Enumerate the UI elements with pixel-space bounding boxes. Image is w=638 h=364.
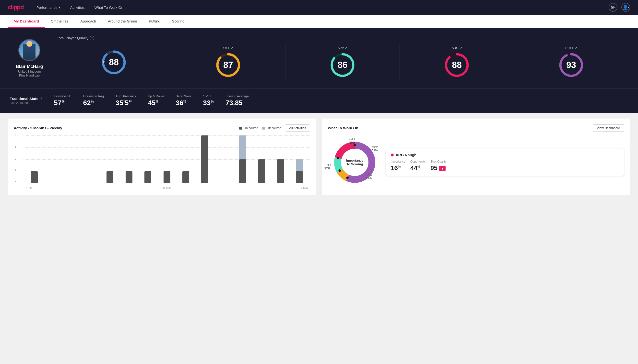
what-to-work-on-card: What To Work On View Dashboard Importanc… [322, 118, 630, 195]
score-ring-total: 88 [100, 49, 127, 76]
stat-item-scoring-avg: Scoring Average 73.85 [226, 94, 249, 107]
wtwo-title: What To Work On [328, 126, 358, 130]
on-course-dot [239, 127, 242, 130]
info-dot [391, 154, 394, 156]
score-card-putt: PUTT ↗ 93 [514, 44, 628, 80]
traditional-stats-section: Traditional Stats ? Last 20 rounds Fairw… [0, 88, 638, 113]
score-value-total: 88 [109, 57, 119, 68]
bars-area [24, 136, 310, 183]
score-value-arg: 88 [452, 60, 462, 70]
chart-legend: On course Off course [239, 126, 281, 130]
stat-item-greens-in-reg: Greens In Reg 62% [83, 94, 104, 107]
info-metrics: Importance 16% Opportunity 44% Shot Qual… [391, 160, 619, 172]
avatar [18, 39, 40, 61]
on-course-bar [239, 160, 246, 183]
on-course-bar [258, 160, 265, 183]
stat-item-fairways-hit: Fairways Hit 57% [54, 94, 72, 107]
profile-section: Blair McHarg United Kingdom Plus Handica… [10, 39, 49, 77]
activity-chart-card: Activity - 3 Months - Weekly On course O… [8, 118, 316, 195]
tab-scoring[interactable]: Scoring [166, 15, 190, 28]
content-area: Activity - 3 Months - Weekly On course O… [0, 113, 638, 201]
on-course-bar [296, 171, 303, 183]
score-ring-putt: 93 [558, 52, 585, 78]
bar-group [291, 160, 308, 183]
stat-value-1-putt: 33% [203, 99, 214, 107]
trend-arrow: ↗ [231, 46, 233, 50]
hero-top: Blair McHarg United Kingdom Plus Handica… [10, 36, 628, 80]
view-dashboard-button[interactable]: View Dashboard [593, 124, 624, 132]
trad-help-icon[interactable]: ? [40, 96, 42, 101]
segment-divider-dot [337, 157, 339, 160]
on-course-bar [31, 171, 38, 183]
tab-my-dashboard[interactable]: My Dashboard [8, 15, 45, 28]
donut-center-label: Importance To Scoring [346, 159, 363, 166]
stat-value-sand-save: 36% [176, 99, 186, 107]
nav-activities[interactable]: Activities [69, 4, 86, 12]
stat-name-up-down: Up & Down [148, 94, 164, 98]
chart-title: Activity - 3 Months - Weekly [14, 126, 62, 130]
plus-circle-icon: ⊕ [610, 5, 614, 10]
trend-arrow: ↗ [575, 46, 577, 50]
chevron-down-icon: ▾ [59, 5, 61, 10]
metric-value-importance: 16% [391, 164, 405, 172]
score-card-app: APP ↗ 86 [285, 44, 399, 80]
segment-divider-dot [339, 170, 341, 172]
stat-name-app-proximity: App. Proximity [116, 94, 136, 98]
nav-what-to-work-on[interactable]: What To Work On [94, 4, 124, 12]
svg-point-2 [103, 61, 105, 63]
user-menu-button[interactable]: 👤 ▾ [621, 3, 630, 12]
score-value-app: 86 [338, 60, 347, 70]
bar-group [158, 171, 175, 183]
stat-name-sand-save: Sand Save [176, 94, 191, 98]
x-labels: 7 Feb 28 Mar 9 May [24, 186, 310, 189]
profile-handicap: Plus Handicap [19, 74, 40, 77]
bar-group [196, 136, 214, 183]
score-card-ott: OTT ↗ 87 [171, 44, 285, 80]
metric-label-opportunity: Opportunity [410, 160, 426, 163]
off-course-bar [239, 136, 246, 160]
on-course-bar [201, 136, 208, 183]
score-card-total: 88 [57, 44, 171, 80]
top-navigation: clippd Performance ▾ Activities What To … [0, 0, 638, 15]
tabs-bar: My Dashboard Off the Tee Approach Around… [0, 15, 638, 28]
metric-label-importance: Importance [391, 160, 405, 163]
off-course-dot [262, 127, 265, 130]
hero-section: Blair McHarg United Kingdom Plus Handica… [0, 28, 638, 88]
bar-group [139, 171, 156, 183]
stat-name-scoring-avg: Scoring Average [226, 94, 249, 98]
nav-right-actions: ⊕ ▾ 👤 ▾ [609, 3, 630, 12]
stat-item-sand-save: Sand Save 36% [176, 94, 191, 107]
donut-label-arg: ARG21% [365, 173, 372, 180]
segment-divider-dot [346, 176, 349, 179]
bar-group [272, 160, 289, 183]
score-value-ott: 87 [223, 60, 233, 70]
trad-stats-label: Traditional Stats ? Last 20 rounds [10, 96, 44, 105]
chart-area: 4 3 2 1 0 7 Feb 28 Mar 9 May [14, 136, 310, 189]
stat-value-app-proximity: 35'5" [116, 99, 132, 107]
nav-performance[interactable]: Performance ▾ [36, 3, 62, 12]
tab-off-the-tee[interactable]: Off the Tee [45, 15, 74, 28]
wtwo-body: Importance To Scoring OTT10% APP12% ARG2… [328, 136, 624, 189]
tab-approach[interactable]: Approach [74, 15, 102, 28]
info-metric-importance: Importance 16% [391, 160, 405, 172]
on-course-bar [106, 171, 113, 183]
profile-country: United Kingdom [18, 70, 41, 73]
score-ring-arg: 88 [443, 52, 470, 78]
bar-group [120, 171, 138, 183]
scores-section: Total Player Quality ? 88 OTT ↗ 87 APP ↗… [57, 36, 628, 80]
bar-group [234, 136, 251, 183]
score-card-label-arg: ARG ↗ [452, 46, 462, 50]
tab-around-the-green[interactable]: Around the Green [102, 15, 143, 28]
all-activities-button[interactable]: All Activities [285, 124, 310, 132]
metric-label-shot-quality: Shot Quality [431, 160, 446, 163]
add-button[interactable]: ⊕ ▾ [609, 3, 617, 12]
flag-icon: ▼ [439, 166, 446, 171]
tab-putting[interactable]: Putting [143, 15, 166, 28]
score-value-putt: 93 [566, 60, 576, 70]
on-course-bar [126, 171, 132, 183]
info-metric-shot-quality: Shot Quality 95 ▼ [431, 160, 446, 172]
on-course-bar [144, 171, 151, 183]
score-card-arg: ARG ↗ 88 [399, 44, 514, 80]
logo[interactable]: clippd [8, 4, 24, 11]
help-icon[interactable]: ? [90, 36, 94, 40]
